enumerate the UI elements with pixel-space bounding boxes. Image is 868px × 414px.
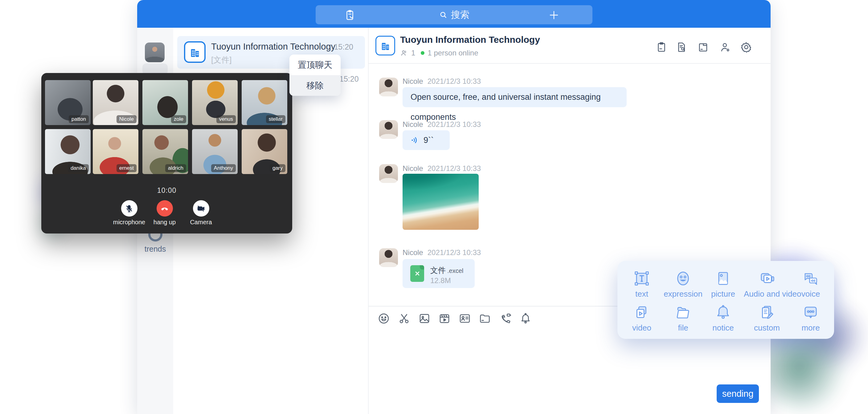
sender-avatar[interactable]: [379, 77, 398, 96]
hang-up-icon[interactable]: [157, 200, 173, 217]
file-message-bubble[interactable]: 文件.excel 12.8M: [403, 259, 475, 288]
conversation-last-message: [文件]: [211, 55, 231, 65]
emoji-icon[interactable]: [377, 312, 390, 325]
text-message-bubble[interactable]: Open source, free, and universal instant…: [403, 87, 627, 107]
screenshot-scissors-icon[interactable]: [398, 312, 410, 325]
organization-icon: [375, 36, 395, 56]
voice-wave-icon: [410, 135, 419, 145]
video-participant-tile[interactable]: danika: [45, 129, 91, 174]
message-time: 2021/12/3 10:33: [428, 77, 481, 85]
conversation-context-menu: 置顶聊天 移除: [289, 55, 341, 96]
add-member-icon[interactable]: [719, 41, 731, 53]
feature-more[interactable]: more: [787, 303, 834, 333]
camera-control[interactable]: Camera: [179, 200, 222, 226]
video-participant-tile[interactable]: patton: [45, 80, 91, 125]
file-feature-icon: [674, 303, 692, 322]
user-avatar[interactable]: [145, 42, 164, 62]
feature-text[interactable]: text: [619, 269, 665, 299]
participant-name: venus: [216, 115, 236, 123]
feature-label: file: [660, 323, 706, 333]
settings-gear-icon[interactable]: [740, 41, 752, 53]
message-time: 2021/12/3 10:33: [428, 164, 481, 172]
feature-label: voice: [787, 289, 834, 299]
participant-name: gary: [270, 164, 285, 172]
sender-avatar[interactable]: [379, 164, 398, 183]
member-count: 1: [411, 49, 415, 57]
video-feature-icon: [632, 303, 651, 322]
feature-label: custom: [744, 323, 790, 333]
picture-icon[interactable]: [418, 312, 431, 325]
microphone-muted-icon[interactable]: [121, 200, 137, 217]
message-text: Open source, free, and universal instant…: [410, 92, 601, 122]
participant-name: danika: [68, 164, 89, 172]
chat-header: Tuoyun Information Technology 1 1 person…: [369, 28, 771, 64]
feature-label: picture: [700, 289, 746, 299]
online-dot: [421, 51, 425, 55]
search-bar[interactable]: 搜索: [316, 5, 592, 24]
more-icon: [801, 303, 820, 322]
call-history-icon[interactable]: [656, 41, 667, 53]
menu-item-pin-chat[interactable]: 置顶聊天: [289, 55, 341, 75]
feature-picture[interactable]: picture: [700, 269, 746, 299]
camera-label: Camera: [179, 219, 222, 226]
excel-file-icon: [410, 265, 424, 282]
video-participant-tile[interactable]: gary: [242, 129, 287, 174]
add-icon[interactable]: [548, 9, 559, 21]
message-meta: Nicole2021/12/3 10:33: [403, 77, 481, 86]
files-icon[interactable]: [697, 41, 709, 53]
feature-label: more: [787, 323, 834, 333]
message-type-panel: text expression picture: [617, 261, 834, 339]
feature-audio-video[interactable]: Audio and video: [744, 269, 790, 299]
trends-label: trends: [137, 245, 173, 254]
contact-card-icon[interactable]: [458, 312, 471, 325]
sender-name: Nicole: [403, 164, 423, 172]
organization-icon: [184, 41, 206, 63]
camera-muted-icon[interactable]: [193, 200, 209, 217]
video-participant-tile[interactable]: Nicole: [93, 80, 138, 125]
video-participant-tile[interactable]: ernest: [93, 129, 138, 174]
image-message-beach[interactable]: [403, 174, 479, 230]
participant-name: Nicole: [117, 115, 136, 123]
sender-avatar[interactable]: [379, 248, 398, 267]
message-search-icon[interactable]: [676, 41, 687, 53]
feature-custom[interactable]: custom: [744, 303, 790, 333]
custom-message-icon: [758, 303, 776, 322]
video-participant-tile[interactable]: zole: [143, 80, 188, 125]
voice-feature-icon: [801, 269, 820, 288]
sender-avatar[interactable]: [379, 120, 398, 139]
send-label: sending: [722, 389, 754, 399]
video-clip-icon[interactable]: [438, 312, 451, 325]
video-call-icon[interactable]: [499, 312, 512, 325]
file-name: 文件.excel: [430, 265, 463, 276]
folder-icon[interactable]: [478, 312, 491, 325]
feature-voice[interactable]: voice: [787, 269, 834, 299]
expression-icon: [674, 269, 692, 288]
video-participant-tile[interactable]: venus: [192, 80, 238, 125]
menu-item-remove[interactable]: 移除: [289, 75, 341, 96]
conversation-time: 15:20: [339, 74, 359, 84]
notice-bell-icon: [714, 303, 733, 322]
conversation-time: 15:20: [334, 42, 353, 52]
call-timer: 10:00: [41, 186, 292, 195]
feature-expression[interactable]: expression: [660, 269, 706, 299]
file-size: 12.8M: [430, 276, 451, 285]
message-time: 2021/12/3 10:33: [428, 120, 481, 128]
feature-notice[interactable]: notice: [700, 303, 746, 333]
voice-message-bubble[interactable]: 9``: [403, 130, 450, 150]
video-participant-tile[interactable]: stellar: [242, 80, 287, 125]
video-participant-tile[interactable]: Anthony: [192, 129, 238, 174]
participant-name: zole: [171, 115, 186, 123]
sender-name: Nicole: [403, 120, 423, 128]
notification-bell-icon[interactable]: [519, 312, 532, 325]
feature-label: video: [619, 323, 665, 333]
participant-name: stellar: [266, 115, 285, 123]
feature-video[interactable]: video: [619, 303, 665, 333]
voice-duration: 9``: [424, 135, 434, 145]
feature-file[interactable]: file: [660, 303, 706, 333]
conversation-title: Tuoyun Information Technology: [211, 41, 335, 52]
video-participant-tile[interactable]: aldrich: [143, 129, 188, 174]
top-bar: 搜索: [137, 0, 771, 28]
audio-video-icon: [758, 269, 776, 288]
send-button[interactable]: sending: [717, 384, 759, 403]
message-time: 2021/12/3 10:33: [428, 248, 481, 257]
